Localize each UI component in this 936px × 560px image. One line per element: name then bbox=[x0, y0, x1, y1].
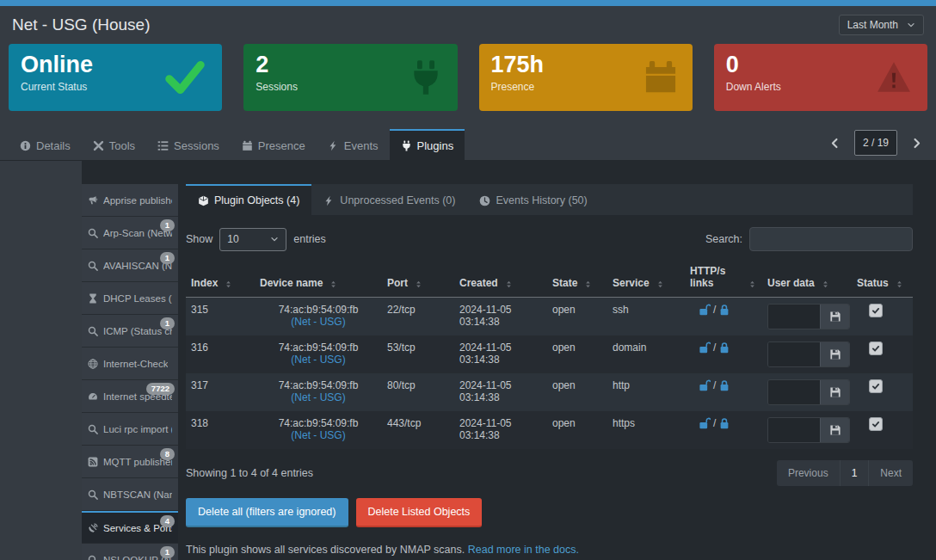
device-link[interactable]: (Net - USG) bbox=[260, 316, 377, 328]
tab-label: Tools bbox=[109, 139, 135, 152]
cell-user-data bbox=[762, 373, 852, 411]
table-header-row: Index Device name Port Created State Ser… bbox=[186, 260, 913, 298]
tab-tools[interactable]: Tools bbox=[82, 129, 146, 160]
tab-label: Plugin Objects (4) bbox=[214, 194, 299, 206]
page-number-button[interactable]: 1 bbox=[840, 460, 869, 486]
cell-device: 74:ac:b9:54:09:fb (Net - USG) bbox=[255, 373, 382, 411]
cell-status bbox=[852, 411, 913, 449]
plugin-panel-tabs: Plugin Objects (4) Unprocessed Events (0… bbox=[186, 184, 913, 215]
check-icon bbox=[871, 306, 880, 315]
unlock-icon[interactable] bbox=[699, 417, 711, 429]
action-buttons: Delete all (filters are ignored) Delete … bbox=[186, 498, 913, 527]
search-input[interactable] bbox=[749, 227, 913, 251]
tab-unprocessed-events[interactable]: Unprocessed Events (0) bbox=[311, 184, 467, 215]
col-created[interactable]: Created bbox=[454, 260, 547, 298]
col-service[interactable]: Service bbox=[607, 260, 685, 298]
device-link[interactable]: (Net - USG) bbox=[260, 354, 377, 366]
sidebar-item-nbtscan[interactable]: NBTSCAN (Name disc... bbox=[82, 478, 178, 511]
sidebar-item-internet-speedtest[interactable]: Internet speedtest 7722 bbox=[82, 380, 178, 413]
entries-select[interactable]: 10 bbox=[219, 228, 286, 251]
user-data-input[interactable] bbox=[768, 418, 820, 442]
sidebar-item-luci-rpc-import[interactable]: Luci rpc import (Devi... bbox=[82, 413, 178, 446]
device-page-indicator: 2 / 19 bbox=[854, 130, 897, 156]
check-icon bbox=[871, 382, 880, 391]
cell-index: 318 bbox=[186, 411, 255, 449]
tab-plugin-objects[interactable]: Plugin Objects (4) bbox=[186, 184, 311, 215]
col-index[interactable]: Index bbox=[186, 260, 255, 298]
sidebar-item-arp-scan[interactable]: Arp-Scan (Network s... 1 bbox=[82, 217, 178, 249]
status-checkbox[interactable] bbox=[869, 417, 883, 431]
sidebar-item-icmp[interactable]: ICMP (Status check) 1 bbox=[82, 315, 178, 348]
tab-sessions[interactable]: Sessions bbox=[146, 129, 231, 160]
lock-icon[interactable] bbox=[718, 417, 730, 429]
tab-details[interactable]: Details bbox=[9, 129, 82, 160]
user-data-input[interactable] bbox=[768, 342, 820, 366]
prev-device-button[interactable] bbox=[824, 132, 847, 154]
col-https-links[interactable]: HTTP/s links bbox=[685, 260, 762, 298]
lock-icon[interactable] bbox=[718, 342, 730, 354]
unlock-icon[interactable] bbox=[699, 342, 711, 354]
cell-index: 316 bbox=[186, 335, 255, 373]
tab-label: Sessions bbox=[174, 139, 219, 152]
previous-page-button[interactable]: Previous bbox=[777, 460, 840, 486]
sort-icon bbox=[821, 280, 830, 289]
megaphone-icon bbox=[88, 195, 98, 206]
tab-events-history[interactable]: Events History (50) bbox=[467, 184, 599, 215]
period-selector[interactable]: Last Month bbox=[839, 15, 924, 35]
col-device-name[interactable]: Device name bbox=[255, 260, 382, 298]
col-port[interactable]: Port bbox=[382, 260, 454, 298]
cell-links: / bbox=[685, 411, 762, 449]
lock-icon[interactable] bbox=[718, 379, 730, 391]
col-status[interactable]: Status bbox=[852, 260, 913, 298]
card-presence: 175h Presence bbox=[479, 44, 693, 111]
device-link[interactable]: (Net - USG) bbox=[260, 429, 377, 441]
cell-index: 315 bbox=[186, 298, 255, 336]
next-device-button[interactable] bbox=[905, 132, 927, 154]
status-checkbox[interactable] bbox=[869, 304, 883, 317]
delete-all-button[interactable]: Delete all (filters are ignored) bbox=[186, 498, 348, 527]
sort-icon bbox=[329, 280, 338, 289]
tab-plugins[interactable]: Plugins bbox=[390, 129, 465, 161]
check-icon bbox=[871, 420, 880, 428]
sidebar-item-mqtt-publisher[interactable]: MQTT publisher 8 bbox=[82, 446, 178, 478]
delete-listed-button[interactable]: Delete Listed Objects bbox=[356, 498, 483, 527]
status-checkbox[interactable] bbox=[869, 342, 883, 355]
cell-port: 22/tcp bbox=[382, 298, 454, 336]
entries-select-value: 10 bbox=[227, 233, 238, 245]
save-user-data-button[interactable] bbox=[820, 342, 849, 366]
sidebar-item-avahiscan[interactable]: AVAHISCAN (Name di... 1 bbox=[82, 249, 178, 282]
user-data-input[interactable] bbox=[768, 380, 820, 404]
sidebar-item-internet-check[interactable]: Internet-Check bbox=[82, 348, 178, 380]
sidebar-item-dhcp-leases[interactable]: DHCP Leases (Device ... bbox=[82, 282, 178, 315]
entries-label: entries bbox=[293, 233, 326, 245]
save-user-data-button[interactable] bbox=[820, 418, 849, 442]
docs-link[interactable]: Read more in the docs. bbox=[468, 544, 579, 556]
unlock-icon[interactable] bbox=[699, 304, 711, 316]
lock-icon[interactable] bbox=[718, 304, 730, 316]
globe-icon bbox=[88, 359, 98, 369]
cell-port: 80/tcp bbox=[382, 373, 454, 411]
device-link[interactable]: (Net - USG) bbox=[260, 391, 377, 403]
count-badge: 7722 bbox=[146, 383, 175, 395]
status-checkbox[interactable] bbox=[869, 379, 883, 393]
tab-events[interactable]: Events bbox=[317, 129, 390, 160]
search-icon bbox=[88, 326, 98, 336]
cell-service: ssh bbox=[607, 298, 685, 336]
cell-created: 2024-11-05 03:14:38 bbox=[454, 298, 547, 336]
cell-port: 53/tcp bbox=[382, 335, 454, 373]
sidebar-item-nslookup[interactable]: NSLOOKUP (Name di... 1 bbox=[82, 544, 178, 560]
table-pagination: Previous 1 Next bbox=[777, 460, 913, 486]
sidebar-item-apprise-publisher[interactable]: Apprise publisher bbox=[82, 184, 178, 217]
count-badge: 1 bbox=[160, 546, 175, 558]
unlock-icon[interactable] bbox=[699, 379, 711, 391]
next-page-button[interactable]: Next bbox=[868, 460, 913, 486]
col-state[interactable]: State bbox=[547, 260, 607, 298]
sidebar-item-services-ports[interactable]: Services & Ports (NM... 4 bbox=[82, 511, 178, 544]
tab-label: Details bbox=[36, 139, 71, 152]
user-data-input[interactable] bbox=[768, 305, 820, 329]
col-user-data[interactable]: User data bbox=[762, 260, 852, 298]
device-nav-tabs: Details Tools Sessions Presence Events P… bbox=[0, 128, 936, 161]
tab-presence[interactable]: Presence bbox=[231, 129, 317, 160]
save-user-data-button[interactable] bbox=[820, 305, 849, 329]
save-user-data-button[interactable] bbox=[820, 380, 849, 404]
